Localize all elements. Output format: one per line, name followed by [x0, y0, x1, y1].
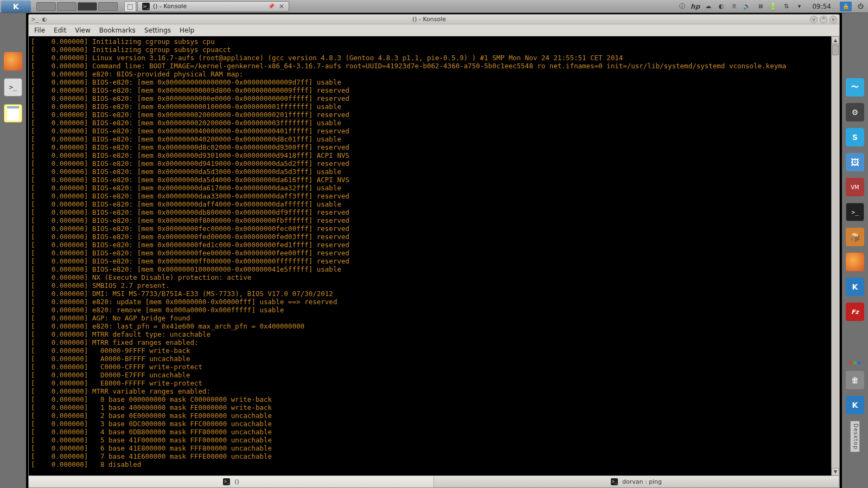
menu-view[interactable]: View	[75, 27, 90, 34]
trash-launcher[interactable]	[846, 371, 864, 389]
filezilla-launcher[interactable]	[846, 303, 864, 321]
konsole-tab-1[interactable]: >_ ()	[29, 476, 434, 487]
right-dock: Desktop	[842, 13, 868, 488]
archive-launcher[interactable]	[846, 228, 864, 246]
terminal-icon: >_	[142, 3, 150, 10]
hp-brand-icon[interactable]: hp	[691, 2, 699, 11]
desktop-pager[interactable]	[36, 2, 118, 11]
scroll-down-button[interactable]: ▼	[832, 468, 839, 476]
info-icon[interactable]: ⓘ	[678, 2, 686, 11]
taskbar-task-konsole[interactable]: >_ () - Konsole 📌 ✕	[137, 1, 289, 12]
battery-icon[interactable]: 🔋	[769, 2, 777, 11]
menu-bookmarks[interactable]: Bookmarks	[99, 27, 136, 34]
image-viewer-launcher[interactable]	[846, 153, 864, 171]
konsole-window: >_ ◐ () - Konsole v ^ × File Edit View B…	[28, 14, 840, 488]
desktop-toolbox[interactable]: Desktop	[850, 421, 860, 452]
kde-launcher[interactable]	[846, 396, 864, 414]
taskbar: K >_ () - Konsole 📌 ✕ ⓘ hp ☁ ◐ it 🔊 🖥 🔋 …	[0, 0, 868, 13]
skype-launcher[interactable]	[846, 128, 864, 146]
terminal-launcher[interactable]	[4, 78, 22, 97]
left-dock	[0, 13, 26, 488]
cloud-icon[interactable]: ☁	[704, 2, 712, 11]
firefox-launcher-2[interactable]	[846, 253, 864, 271]
menubar: File Edit View Bookmarks Settings Help	[29, 24, 839, 36]
kget-launcher[interactable]	[846, 278, 864, 296]
maximize-button[interactable]: ^	[820, 16, 827, 23]
tray-dots-icon[interactable]	[849, 361, 861, 364]
terminal-output[interactable]: [ 0.000000] Initializing cgroup subsys c…	[29, 36, 831, 476]
close-icon[interactable]: ✕	[279, 3, 284, 10]
application-launcher[interactable]: K	[1, 1, 31, 12]
scroll-thumb[interactable]	[832, 44, 839, 55]
pager-desktop-4[interactable]	[98, 2, 118, 11]
clock[interactable]: 09:54	[808, 3, 835, 10]
pin-icon[interactable]: 📌	[268, 3, 275, 9]
konsole-tab-label: dorvan : ping	[622, 478, 662, 485]
volume-icon[interactable]: 🔊	[743, 2, 751, 11]
shutdown-icon[interactable]: ⏻	[856, 2, 865, 11]
network-icon[interactable]: ⇅	[782, 2, 790, 11]
close-button[interactable]: ×	[829, 16, 837, 23]
display-icon[interactable]: 🖥	[756, 2, 764, 11]
system-tray: ⓘ hp ☁ ◐ it 🔊 🖥 🔋 ⇅ ▾ 09:54 🔒 ⏻	[678, 2, 868, 11]
lock-logout-button[interactable]: 🔒	[840, 2, 852, 11]
pager-desktop-3[interactable]	[78, 2, 97, 11]
konsole-tabbar: >_ () >_ dorvan : ping	[29, 476, 839, 487]
konsole-tab-label: ()	[234, 478, 239, 485]
settings-launcher[interactable]	[846, 103, 864, 121]
menu-settings[interactable]: Settings	[144, 27, 171, 34]
window-titlebar[interactable]: >_ ◐ () - Konsole v ^ ×	[29, 15, 839, 24]
virtualbox-launcher[interactable]	[846, 178, 864, 196]
menu-file[interactable]: File	[34, 27, 45, 34]
window-title: () - Konsole	[48, 16, 810, 23]
pager-desktop-1[interactable]	[36, 2, 56, 11]
pager-desktop-2[interactable]	[57, 2, 76, 11]
show-desktop-button[interactable]	[124, 1, 136, 12]
konsole-launcher[interactable]	[846, 203, 864, 221]
terminal-icon: >_	[611, 478, 618, 485]
window-menu-icon[interactable]: >_	[31, 16, 39, 23]
scroll-up-button[interactable]: ▲	[832, 36, 839, 44]
ksysguard-launcher[interactable]	[846, 78, 864, 97]
keyboard-layout-indicator[interactable]: it	[730, 2, 738, 11]
menu-help[interactable]: Help	[180, 27, 194, 34]
update-icon[interactable]: ◐	[717, 2, 725, 11]
tray-expand-icon[interactable]: ▾	[795, 2, 803, 11]
terminal-scrollbar[interactable]: ▲ ▼	[831, 36, 839, 476]
text-editor-launcher[interactable]	[4, 104, 22, 123]
firefox-launcher[interactable]	[4, 52, 22, 70]
taskbar-task-label: () - Konsole	[153, 3, 187, 10]
minimize-button[interactable]: v	[810, 16, 818, 23]
window-shade-icon[interactable]: ◐	[41, 16, 48, 23]
konsole-tab-2[interactable]: >_ dorvan : ping	[434, 476, 839, 487]
terminal-icon: >_	[223, 478, 230, 485]
menu-edit[interactable]: Edit	[54, 27, 66, 34]
